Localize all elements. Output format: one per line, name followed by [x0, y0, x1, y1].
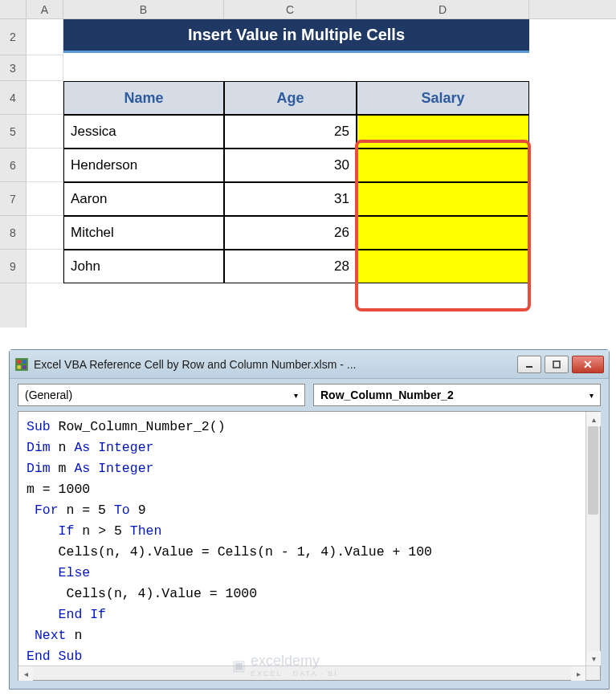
vba-window-title: Excel VBA Reference Cell by Row and Colu… [34, 358, 514, 371]
cell-age[interactable]: 28 [224, 250, 357, 283]
scroll-right-icon[interactable]: ▸ [571, 666, 585, 681]
close-button[interactable]: ✕ [572, 356, 604, 373]
row-header-6[interactable]: 6 [0, 149, 27, 182]
cell-age[interactable]: 25 [224, 115, 357, 149]
vertical-scrollbar[interactable]: ▴ ▾ [585, 412, 600, 665]
cell-a8[interactable] [27, 216, 63, 250]
code-text: Sub Row_Column_Number_2() Dim n As Integ… [18, 412, 600, 672]
table-row: 9 John 28 [0, 250, 616, 283]
cell-name[interactable]: Jessica [63, 115, 224, 149]
row-header-9[interactable]: 9 [0, 250, 27, 283]
vba-editor-window: Excel VBA Reference Cell by Row and Colu… [9, 349, 610, 690]
maximize-icon [553, 360, 561, 368]
object-dropdown-label: (General) [25, 389, 72, 401]
scroll-up-icon[interactable]: ▴ [586, 412, 601, 426]
sheet-row: 3 [0, 55, 616, 81]
cell-salary[interactable] [357, 216, 529, 250]
select-all-corner[interactable] [0, 0, 27, 18]
cell-name[interactable]: John [63, 250, 224, 283]
table-header-age[interactable]: Age [224, 81, 357, 115]
svg-rect-6 [553, 361, 560, 368]
sheet-row: 2 Insert Value in Multiple Cells [0, 19, 616, 55]
close-icon: ✕ [583, 358, 593, 371]
col-header-c[interactable]: C [224, 0, 357, 18]
minimize-button[interactable] [517, 356, 541, 373]
cell-age[interactable]: 26 [224, 216, 357, 250]
table-row: 7 Aaron 31 [0, 182, 616, 216]
row-header-4[interactable]: 4 [0, 81, 27, 115]
spreadsheet-area: A B C D 2 Insert Value in Multiple Cells… [0, 0, 616, 328]
sheet-row [0, 283, 616, 328]
cell-age[interactable]: 30 [224, 149, 357, 182]
svg-rect-3 [17, 365, 21, 369]
svg-rect-4 [22, 365, 27, 369]
chevron-down-icon: ▾ [294, 391, 298, 400]
table-row: 5 Jessica 25 [0, 115, 616, 149]
horizontal-scrollbar[interactable]: ◂ ▸ [18, 665, 585, 680]
col-header-a[interactable]: A [27, 0, 63, 18]
sheet-row: 4 Name Age Salary [0, 81, 616, 115]
cell-name[interactable]: Mitchel [63, 216, 224, 250]
row-header-5[interactable]: 5 [0, 115, 27, 149]
table-header-name[interactable]: Name [63, 81, 224, 115]
maximize-button[interactable] [545, 356, 569, 373]
cell-name[interactable]: Henderson [63, 149, 224, 182]
scroll-left-icon[interactable]: ◂ [18, 666, 33, 681]
svg-rect-1 [17, 360, 21, 364]
cell-a3[interactable] [27, 55, 63, 81]
procedure-dropdown-label: Row_Column_Number_2 [320, 389, 454, 401]
cell-a7[interactable] [27, 182, 63, 216]
cell-name[interactable]: Aaron [63, 182, 224, 216]
title-banner: Insert Value in Multiple Cells [63, 19, 529, 53]
scroll-down-icon[interactable]: ▾ [586, 651, 601, 665]
cell-salary[interactable] [357, 250, 529, 283]
cell-a6[interactable] [27, 149, 63, 182]
svg-rect-5 [526, 366, 532, 368]
code-editor[interactable]: Sub Row_Column_Number_2() Dim n As Integ… [18, 411, 601, 681]
chevron-down-icon: ▾ [589, 391, 594, 400]
cell-a4[interactable] [27, 81, 63, 115]
table-row: 8 Mitchel 26 [0, 216, 616, 250]
table-header-salary[interactable]: Salary [357, 81, 529, 115]
cell-a9[interactable] [27, 250, 63, 283]
column-headers: A B C D [0, 0, 616, 19]
row-header-3[interactable]: 3 [0, 55, 27, 81]
cell-a5[interactable] [27, 115, 63, 149]
object-dropdown[interactable]: (General) ▾ [18, 384, 305, 406]
col-header-b[interactable]: B [63, 0, 224, 18]
cell-age[interactable]: 31 [224, 182, 357, 216]
table-row: 6 Henderson 30 [0, 149, 616, 182]
vba-app-icon [14, 357, 29, 372]
procedure-dropdown[interactable]: Row_Column_Number_2 ▾ [313, 384, 601, 406]
row-header-blank[interactable] [0, 283, 27, 328]
cell-salary[interactable] [357, 182, 529, 216]
minimize-icon [525, 360, 533, 368]
scroll-corner [585, 665, 600, 680]
vba-dropdown-bar: (General) ▾ Row_Column_Number_2 ▾ [10, 379, 609, 411]
row-header-7[interactable]: 7 [0, 182, 27, 216]
col-header-d[interactable]: D [357, 0, 529, 18]
row-header-2[interactable]: 2 [0, 19, 27, 55]
svg-rect-2 [22, 360, 27, 364]
row-header-8[interactable]: 8 [0, 216, 27, 250]
cell-a2[interactable] [27, 19, 63, 55]
vba-titlebar[interactable]: Excel VBA Reference Cell by Row and Colu… [10, 350, 609, 379]
scrollbar-thumb[interactable] [588, 426, 598, 515]
cell-salary[interactable] [357, 115, 529, 149]
cell-salary[interactable] [357, 149, 529, 182]
